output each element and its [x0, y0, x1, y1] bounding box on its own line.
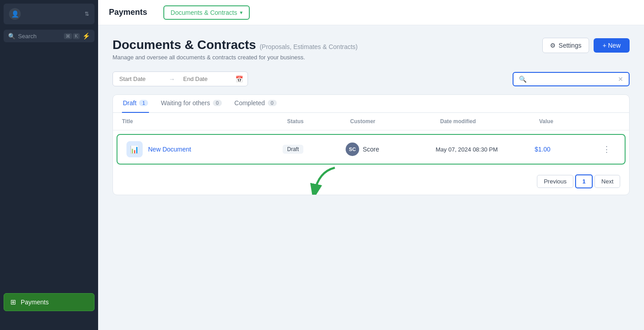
bolt-icon: ⚡ [82, 32, 90, 40]
col-header-title: Title [122, 118, 287, 125]
sidebar-item-label: Payments [21, 299, 49, 306]
document-icon: 📊 [126, 141, 143, 157]
chevron-down-icon: ▾ [240, 9, 243, 16]
settings-button[interactable]: ⚙ Settings [542, 38, 589, 53]
user-icon: 👤 [9, 8, 21, 20]
documents-contracts-tab[interactable]: Documents & Contracts ▾ [163, 5, 250, 20]
tab-waiting-count: 0 [213, 100, 222, 106]
new-button[interactable]: + New [594, 38, 630, 53]
page-header: Documents & Contracts (Proposals, Estima… [113, 38, 630, 61]
gear-icon: ⚙ [550, 42, 556, 49]
page-title: Documents & Contracts (Proposals, Estima… [113, 38, 358, 52]
tab-draft-label: Draft [123, 99, 136, 107]
clear-search-icon[interactable]: ✕ [618, 76, 623, 83]
search-icon: 🔍 [8, 33, 15, 40]
tab-waiting-label: Waiting for others [161, 99, 210, 107]
topnav: Payments Documents & Contracts ▾ [98, 0, 644, 25]
topnav-title: Payments [109, 8, 147, 17]
sidebar-search[interactable]: 🔍 Search ⌘ K ⚡ [4, 30, 95, 42]
status-cell: Draft [283, 145, 346, 154]
page-title-sub: (Proposals, Estimates & Contracts) [260, 43, 358, 50]
chevron-up-down-icon: ⇅ [85, 11, 89, 17]
arrow-icon: → [167, 76, 177, 83]
search-icon: 🔍 [519, 76, 527, 83]
start-date-input[interactable] [113, 72, 167, 86]
pagination: Previous 1 Next [113, 168, 629, 195]
tab-draft-count: 1 [139, 100, 148, 106]
doc-name: New Document [148, 146, 191, 153]
page-actions: ⚙ Settings + New [542, 38, 630, 53]
tab-label: Documents & Contracts [171, 9, 237, 16]
settings-label: Settings [558, 42, 581, 49]
col-header-date: Date modified [440, 118, 539, 125]
tab-draft[interactable]: Draft 1 [122, 95, 149, 113]
search-input[interactable] [530, 76, 614, 82]
page-content: Documents & Contracts (Proposals, Estima… [98, 25, 644, 330]
page-subtitle: Manage and oversee all documents & contr… [113, 54, 358, 61]
cmd-key: ⌘ [64, 33, 72, 39]
col-header-actions [602, 118, 620, 125]
col-header-customer: Customer [350, 118, 440, 125]
avatar: SC [346, 143, 359, 156]
payments-icon: ⊞ [10, 298, 16, 306]
keyboard-shortcut: ⌘ K [64, 33, 80, 39]
new-label: + New [603, 42, 621, 49]
table-header: Title Status Customer Date modified Valu… [113, 113, 629, 130]
col-header-value: Value [539, 118, 602, 125]
more-options-button[interactable]: ⋮ [598, 144, 616, 154]
sidebar-user[interactable]: 👤 ⇅ [4, 4, 95, 24]
sidebar: 👤 ⇅ 🔍 Search ⌘ K ⚡ ⊞ Payments [0, 0, 98, 330]
customer-name: Score [363, 146, 379, 153]
col-header-status: Status [287, 118, 350, 125]
tab-completed-label: Completed [234, 99, 265, 107]
calendar-icon: 📅 [231, 76, 248, 83]
previous-button[interactable]: Previous [537, 175, 573, 188]
sidebar-item-payments[interactable]: ⊞ Payments [4, 293, 95, 311]
doc-title-cell: 📊 New Document [126, 141, 283, 157]
sidebar-search-label: Search [18, 33, 61, 40]
end-date-input[interactable] [177, 72, 231, 86]
document-tabs: Draft 1 Waiting for others 0 Completed 0 [113, 95, 629, 113]
tab-completed[interactable]: Completed 0 [234, 95, 278, 113]
value-cell: $1.00 [535, 146, 598, 153]
filters-row: → 📅 🔍 ✕ [113, 71, 630, 86]
next-button[interactable]: Next [594, 175, 620, 188]
status-badge: Draft [283, 145, 303, 154]
page-title-text: Documents & Contracts [113, 38, 256, 52]
date-modified-cell: May 07, 2024 08:30 PM [436, 146, 535, 153]
table-row[interactable]: 📊 New Document Draft SC Score May 07, 20… [117, 134, 626, 165]
customer-cell: SC Score [346, 143, 436, 156]
documents-table-card: Draft 1 Waiting for others 0 Completed 0… [113, 94, 630, 195]
search-box[interactable]: 🔍 ✕ [513, 72, 630, 86]
page-1-button[interactable]: 1 [575, 174, 593, 188]
tab-waiting[interactable]: Waiting for others 0 [160, 95, 222, 113]
tab-completed-count: 0 [268, 100, 277, 106]
k-key: K [73, 33, 80, 39]
page-title-block: Documents & Contracts (Proposals, Estima… [113, 38, 358, 61]
date-range-picker[interactable]: → 📅 [113, 71, 248, 86]
main-content: Payments Documents & Contracts ▾ Documen… [98, 0, 644, 330]
